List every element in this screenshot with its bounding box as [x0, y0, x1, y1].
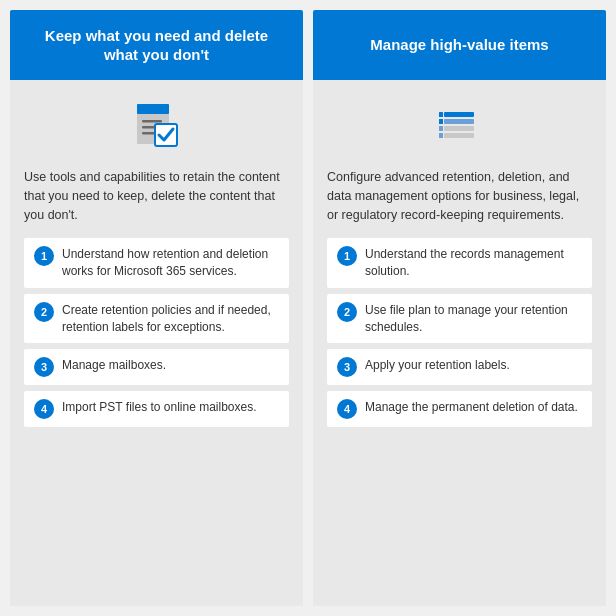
item-text-4: Manage the permanent deletion of data. [365, 399, 582, 416]
item-text-2: Use file plan to manage your retention s… [365, 302, 582, 336]
badge-4: 4 [34, 399, 54, 419]
svg-rect-8 [444, 119, 474, 124]
badge-1: 1 [34, 246, 54, 266]
badge-2: 2 [337, 302, 357, 322]
badge-3: 3 [337, 357, 357, 377]
main-container: Keep what you need and delete what you d… [10, 10, 606, 606]
list-item: 3 Apply your retention labels. [327, 349, 592, 385]
svg-rect-14 [439, 133, 443, 138]
badge-1: 1 [337, 246, 357, 266]
item-text-2: Create retention policies and if needed,… [62, 302, 279, 336]
list-item: 2 Create retention policies and if neede… [24, 294, 289, 344]
badge-4: 4 [337, 399, 357, 419]
panel-keep-title: Keep what you need and delete what you d… [26, 26, 287, 65]
panel-manage-title: Manage high-value items [370, 35, 548, 55]
panel-keep-icon-area [24, 96, 289, 156]
records-icon [430, 96, 490, 156]
panel-keep-body: Use tools and capabilities to retain the… [10, 80, 303, 606]
panel-manage-header: Manage high-value items [313, 10, 606, 80]
badge-3: 3 [34, 357, 54, 377]
list-item: 2 Use file plan to manage your retention… [327, 294, 592, 344]
panel-manage-body: Configure advanced retention, deletion, … [313, 80, 606, 606]
item-text-1: Understand how retention and deletion wo… [62, 246, 279, 280]
panel-manage-icon-area [327, 96, 592, 156]
list-item: 4 Manage the permanent deletion of data. [327, 391, 592, 427]
list-item: 3 Manage mailboxes. [24, 349, 289, 385]
panel-manage: Manage high-value items Configure [313, 10, 606, 606]
svg-rect-2 [142, 120, 162, 123]
svg-rect-12 [439, 119, 443, 124]
badge-2: 2 [34, 302, 54, 322]
svg-rect-10 [444, 133, 474, 138]
panel-manage-description: Configure advanced retention, deletion, … [327, 168, 592, 224]
svg-rect-11 [439, 112, 443, 117]
item-text-3: Apply your retention labels. [365, 357, 582, 374]
svg-rect-13 [439, 126, 443, 131]
panel-manage-list: 1 Understand the records management solu… [327, 238, 592, 427]
panel-keep: Keep what you need and delete what you d… [10, 10, 303, 606]
panel-keep-description: Use tools and capabilities to retain the… [24, 168, 289, 224]
item-text-1: Understand the records management soluti… [365, 246, 582, 280]
checklist-icon [127, 96, 187, 156]
list-item: 1 Understand the records management solu… [327, 238, 592, 288]
item-text-4: Import PST files to online mailboxes. [62, 399, 279, 416]
list-item: 1 Understand how retention and deletion … [24, 238, 289, 288]
panel-keep-list: 1 Understand how retention and deletion … [24, 238, 289, 427]
item-text-3: Manage mailboxes. [62, 357, 279, 374]
svg-rect-1 [137, 104, 169, 114]
svg-rect-9 [444, 126, 474, 131]
svg-rect-7 [444, 112, 474, 117]
panel-keep-header: Keep what you need and delete what you d… [10, 10, 303, 80]
list-item: 4 Import PST files to online mailboxes. [24, 391, 289, 427]
